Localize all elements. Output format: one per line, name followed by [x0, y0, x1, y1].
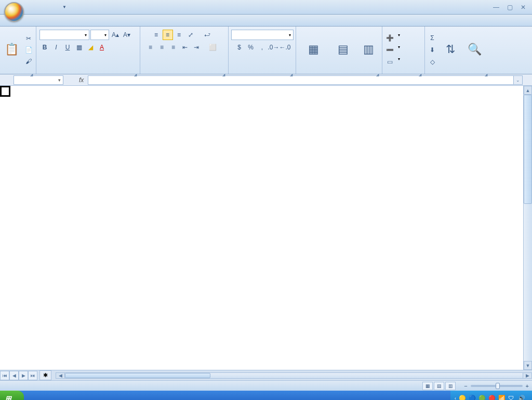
align-middle-icon[interactable]: ≡ [163, 30, 173, 40]
underline-button[interactable]: U [62, 42, 73, 53]
italic-button[interactable]: I [51, 42, 61, 53]
fill-icon[interactable]: ⬇ [427, 45, 437, 55]
format-painter-icon[interactable]: 🖌 [23, 56, 34, 67]
comma-icon[interactable]: , [257, 42, 268, 53]
percent-icon[interactable]: % [246, 42, 256, 53]
insert-button[interactable]: ➕▾ [384, 33, 400, 43]
tray-icon[interactable]: 🛡 [508, 395, 515, 400]
group-cells: ➕▾ ➖▾ ▭▾ [382, 27, 425, 74]
wrap-text-button[interactable]: ⮐ [197, 30, 218, 40]
tray-icon[interactable]: 🟡 [459, 395, 466, 400]
align-bottom-icon[interactable]: ≡ [174, 30, 184, 40]
font-color-button[interactable]: A [97, 42, 107, 53]
sheet-last-icon[interactable]: ⏭ [28, 371, 37, 380]
currency-icon[interactable]: $ [234, 42, 245, 53]
styles-label [298, 72, 380, 74]
vertical-scrollbar[interactable]: ▲ ▼ [523, 86, 532, 370]
scroll-right-icon[interactable]: ▶ [523, 373, 531, 378]
tray-icon[interactable]: 🟢 [478, 395, 486, 400]
scroll-down-icon[interactable]: ▼ [524, 361, 532, 370]
find-select-button[interactable]: 🔍 [463, 33, 485, 67]
qat-more-icon[interactable]: ▼ [60, 3, 69, 11]
system-tray: ‹ 🟡 🔵 🟢 🔴 📶 🛡 🔊 [450, 391, 532, 400]
expand-formula-icon[interactable]: ⌄ [513, 75, 523, 85]
sheet-tab-bar: ⏮ ◀ ▶ ⏭ ✱ ◀ ▶ [0, 370, 532, 380]
align-left-icon[interactable]: ≡ [145, 42, 156, 53]
cell-styles-button[interactable]: ▥ [357, 33, 379, 67]
clipboard-label [2, 72, 34, 74]
tray-expand-icon[interactable]: ‹ [455, 396, 456, 400]
page-break-view-icon[interactable]: ▥ [445, 382, 456, 390]
undo-icon[interactable] [37, 3, 46, 11]
group-styles: ▦ ▤ ▥ [296, 27, 382, 74]
tray-icon[interactable]: 📶 [498, 395, 506, 400]
align-right-icon[interactable]: ≡ [168, 42, 179, 53]
zoom-control: − + [461, 383, 529, 389]
merge-button[interactable]: ⬜ [203, 42, 223, 53]
scroll-up-icon[interactable]: ▲ [524, 86, 532, 95]
border-button[interactable]: ▦ [74, 42, 84, 53]
cell-styles-icon: ▥ [360, 41, 377, 58]
minimize-button[interactable]: — [491, 4, 501, 11]
conditional-formatting-button[interactable]: ▦ [298, 33, 328, 67]
save-icon[interactable] [26, 3, 34, 11]
font-name-select[interactable]: ▾ [39, 30, 89, 40]
zoom-thumb[interactable] [496, 383, 500, 389]
format-button[interactable]: ▭▾ [384, 57, 400, 67]
horizontal-scrollbar[interactable]: ◀ ▶ [56, 372, 532, 379]
delete-button[interactable]: ➖▾ [384, 45, 400, 55]
start-button[interactable]: ⊞ [0, 391, 24, 400]
font-size-select[interactable]: ▾ [90, 30, 109, 40]
new-sheet-icon[interactable]: ✱ [39, 370, 51, 380]
sort-icon: ⇅ [442, 41, 459, 58]
indent-dec-icon[interactable]: ⇤ [180, 42, 190, 53]
ribbon-tabs [0, 15, 532, 27]
hscroll-thumb[interactable] [65, 373, 210, 378]
redo-icon[interactable] [49, 3, 57, 11]
inc-decimal-icon[interactable]: .0→ [269, 42, 279, 53]
close-button[interactable]: ✕ [518, 4, 528, 11]
office-button[interactable] [4, 2, 24, 22]
autosum-icon[interactable]: Σ [427, 33, 437, 43]
sheet-next-icon[interactable]: ▶ [19, 371, 28, 380]
taskbar: ⊞ ‹ 🟡 🔵 🟢 🔴 📶 🛡 🔊 [0, 391, 532, 400]
bold-button[interactable]: B [39, 42, 50, 53]
format-as-table-button[interactable]: ▤ [330, 33, 355, 67]
number-format-select[interactable]: ▾ [231, 30, 294, 40]
paste-button[interactable]: 📋 [2, 33, 21, 67]
number-label [231, 72, 294, 74]
indent-inc-icon[interactable]: ⇥ [191, 42, 202, 53]
sheet-nav: ⏮ ◀ ▶ ⏭ [0, 371, 37, 380]
tray-icon[interactable]: 🔴 [488, 395, 496, 400]
sheet-first-icon[interactable]: ⏮ [0, 371, 9, 380]
windows-icon: ⊞ [5, 394, 11, 400]
dec-decimal-icon[interactable]: ←.0 [280, 42, 290, 53]
align-top-icon[interactable]: ≡ [151, 30, 162, 40]
fx-icon[interactable]: fx [79, 76, 84, 84]
shrink-font-icon[interactable]: A▾ [122, 30, 132, 40]
tray-icon[interactable]: 🔵 [469, 395, 476, 400]
zoom-out-icon[interactable]: − [464, 383, 467, 389]
sort-filter-button[interactable]: ⇅ [440, 33, 461, 67]
scroll-left-icon[interactable]: ◀ [56, 373, 65, 378]
sheet-prev-icon[interactable]: ◀ [9, 371, 19, 380]
cut-icon[interactable]: ✂ [23, 33, 34, 44]
name-box[interactable]: ▾ [14, 75, 63, 85]
tray-icon[interactable]: 🔊 [518, 395, 525, 400]
grow-font-icon[interactable]: A▴ [110, 30, 121, 40]
worksheet-grid[interactable]: ▲ ▼ [0, 86, 532, 370]
normal-view-icon[interactable]: ▦ [422, 382, 433, 390]
title-bar: ▼ — ▢ ✕ [0, 0, 532, 15]
formula-input[interactable] [88, 75, 513, 85]
zoom-in-icon[interactable]: + [526, 383, 529, 389]
group-alignment: ≡ ≡ ≡ ⤢ ⮐ ≡ ≡ ≡ ⇤ ⇥ ⬜ [140, 27, 229, 74]
scroll-thumb[interactable] [524, 95, 532, 204]
copy-icon[interactable]: 📄 [23, 45, 34, 55]
align-center-icon[interactable]: ≡ [157, 42, 167, 53]
clear-icon[interactable]: ◇ [427, 57, 437, 67]
fill-color-button[interactable]: ◢ [85, 42, 96, 53]
maximize-button[interactable]: ▢ [505, 4, 514, 11]
orientation-icon[interactable]: ⤢ [185, 30, 196, 40]
page-layout-view-icon[interactable]: ▤ [434, 382, 444, 390]
zoom-slider[interactable] [471, 385, 523, 387]
